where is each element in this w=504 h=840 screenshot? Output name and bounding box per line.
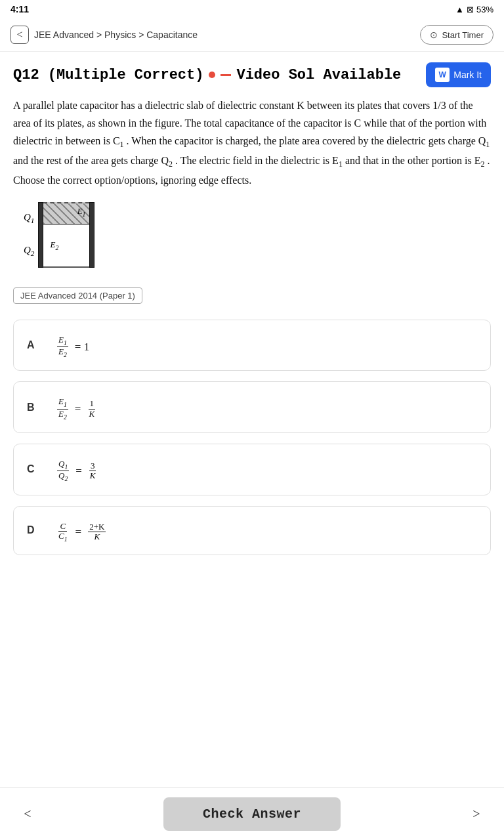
- nav-bar: < JEE Advanced > Physics > Capacitance ⊙…: [0, 18, 504, 52]
- option-a[interactable]: A E1 E2 = 1: [13, 320, 491, 371]
- capacitor-diagram: Q1 Q2 E1 E2: [24, 202, 94, 268]
- check-answer-button[interactable]: Check Answer: [163, 797, 341, 831]
- option-b-formula: E1 E2 = 1 K: [56, 394, 97, 421]
- main-content: Q12 (Multiple Correct) Video Sol Availab…: [0, 52, 504, 631]
- option-c-label: C: [27, 463, 40, 475]
- e2-label: E2: [50, 240, 58, 252]
- capacitor-sections: E1 E2: [43, 202, 89, 268]
- markit-label: Mark It: [453, 70, 482, 80]
- next-button[interactable]: >: [465, 803, 488, 826]
- diagram-container: Q1 Q2 E1 E2: [13, 202, 491, 268]
- timer-icon: ⊙: [430, 30, 438, 40]
- status-time: 4:11: [10, 4, 29, 14]
- prev-button[interactable]: <: [16, 803, 39, 826]
- dot-icon: [209, 72, 215, 78]
- option-d-label: D: [27, 524, 40, 536]
- option-c[interactable]: C Q1 Q2 = 3 K: [13, 444, 491, 495]
- video-label: Video Sol Available: [236, 67, 401, 83]
- start-timer-label: Start Timer: [442, 30, 484, 40]
- nav-left: < JEE Advanced > Physics > Capacitance: [10, 26, 198, 44]
- right-plate: [89, 202, 94, 268]
- left-plate: [38, 202, 43, 268]
- network-icon: ▲: [455, 5, 464, 14]
- options-container: A E1 E2 = 1 B E1 E2: [13, 320, 491, 555]
- e1-label: E1: [77, 206, 86, 218]
- option-d[interactable]: D C C1 = 2+K K: [13, 506, 491, 556]
- question-id: Q12 (Multiple Correct): [13, 67, 203, 83]
- markit-icon: W: [435, 68, 450, 82]
- question-title: Q12 (Multiple Correct) Video Sol Availab…: [13, 67, 401, 83]
- option-d-formula: C C1 = 2+K K: [56, 518, 107, 543]
- breadcrumb: JEE Advanced > Physics > Capacitance: [34, 30, 198, 40]
- dielectric-section: E1: [43, 202, 89, 224]
- status-bar: 4:11 ▲ ⊠ 53%: [0, 0, 504, 18]
- back-icon: <: [16, 29, 22, 41]
- markit-button[interactable]: W Mark It: [426, 62, 491, 87]
- battery-text: 53%: [476, 5, 494, 14]
- option-b[interactable]: B E1 E2 = 1 K: [13, 381, 491, 433]
- start-timer-button[interactable]: ⊙ Start Timer: [420, 25, 494, 45]
- next-icon: >: [472, 807, 480, 822]
- wifi-icon: ⊠: [467, 5, 474, 14]
- bottom-nav: < Check Answer >: [0, 788, 504, 840]
- year-tag: JEE Advanced 2014 (Paper 1): [13, 287, 142, 304]
- prev-icon: <: [24, 807, 31, 822]
- option-b-label: B: [27, 402, 40, 413]
- air-section: E2: [43, 224, 89, 268]
- option-a-label: A: [27, 339, 40, 351]
- q2-label: Q2: [24, 245, 34, 257]
- dash-icon: [220, 74, 231, 76]
- question-header: Q12 (Multiple Correct) Video Sol Availab…: [13, 62, 491, 87]
- option-a-formula: E1 E2 = 1: [56, 332, 89, 359]
- option-c-formula: Q1 Q2 = 3 K: [56, 456, 98, 483]
- status-icons: ▲ ⊠ 53%: [455, 5, 494, 14]
- back-button[interactable]: <: [10, 26, 29, 44]
- question-body: A parallel plate capacitor has a dielect…: [13, 96, 491, 189]
- q1-label: Q1: [24, 212, 34, 224]
